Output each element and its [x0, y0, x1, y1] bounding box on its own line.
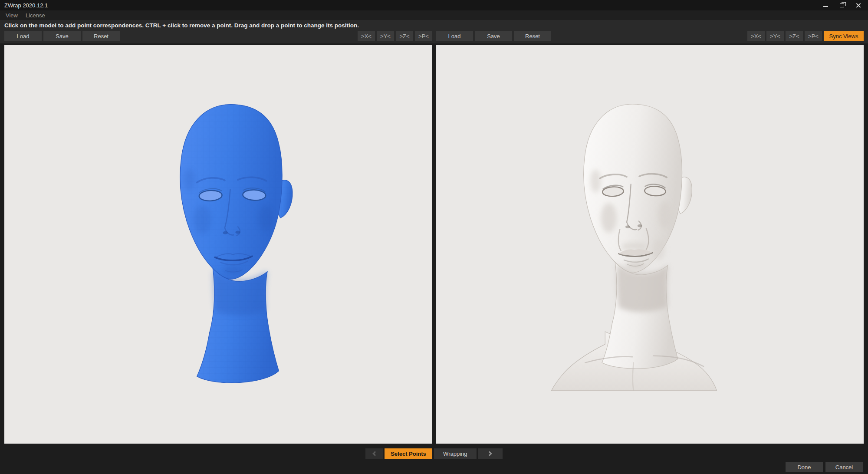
right-axis-p-button[interactable]: >P<	[805, 31, 822, 41]
right-reset-button[interactable]: Reset	[514, 31, 551, 41]
left-load-button[interactable]: Load	[4, 31, 42, 41]
menu-item-license[interactable]: License	[22, 11, 49, 20]
bottom-bar: Select Points Wrapping Done Cancel	[0, 447, 868, 474]
menubar: View License	[0, 10, 868, 20]
source-model-blue-head[interactable]	[149, 97, 312, 392]
window-title: ZWrap 2020.12.1	[4, 2, 48, 9]
cancel-button[interactable]: Cancel	[825, 462, 863, 472]
minimize-icon[interactable]	[822, 2, 829, 9]
right-save-button[interactable]: Save	[475, 31, 512, 41]
sync-views-button[interactable]: Sync Views	[824, 31, 864, 41]
toolbar-right-viewport: Load Save Reset >X< >Y< >Z< >P< Sync Vie…	[436, 31, 864, 41]
toolbar: Load Save Reset >X< >Y< >Z< >P< Load Sav…	[0, 30, 868, 43]
footer-actions: Done Cancel	[0, 460, 868, 474]
menu-item-view[interactable]: View	[2, 11, 22, 20]
restore-icon[interactable]	[838, 2, 845, 9]
titlebar[interactable]: ZWrap 2020.12.1	[0, 0, 868, 10]
left-axis-x-button[interactable]: >X<	[358, 31, 375, 41]
toolbar-left-viewport: Load Save Reset >X< >Y< >Z< >P<	[4, 31, 432, 41]
left-axis-z-button[interactable]: >Z<	[396, 31, 413, 41]
viewport-area	[0, 43, 868, 447]
left-axis-p-button[interactable]: >P<	[415, 31, 432, 41]
right-axis-buttons: >X< >Y< >Z< >P< Sync Views	[747, 31, 864, 41]
left-reset-button[interactable]: Reset	[82, 31, 120, 41]
target-model-white-head[interactable]	[538, 97, 727, 392]
left-axis-y-button[interactable]: >Y<	[377, 31, 394, 41]
next-step-button[interactable]	[478, 448, 503, 459]
zwrap-window: { "titlebar": { "title": "ZWrap 2020.12.…	[0, 0, 868, 474]
right-file-buttons: Load Save Reset	[436, 31, 551, 41]
right-load-button[interactable]: Load	[436, 31, 473, 41]
chevron-left-icon	[372, 451, 377, 456]
previous-step-button[interactable]	[365, 448, 383, 459]
window-controls	[822, 2, 864, 9]
left-file-buttons: Load Save Reset	[4, 31, 120, 41]
right-axis-z-button[interactable]: >Z<	[786, 31, 803, 41]
instruction-text: Click on the model to add point correspo…	[4, 22, 359, 29]
right-viewport[interactable]	[436, 45, 864, 444]
left-axis-buttons: >X< >Y< >Z< >P<	[358, 31, 432, 41]
right-axis-x-button[interactable]: >X<	[747, 31, 765, 41]
right-axis-y-button[interactable]: >Y<	[766, 31, 784, 41]
chevron-right-icon	[487, 451, 492, 456]
left-viewport[interactable]	[4, 45, 432, 444]
step-select-points[interactable]: Select Points	[385, 448, 432, 459]
step-wrapping[interactable]: Wrapping	[434, 448, 477, 459]
blue-head-geometry	[180, 105, 293, 383]
left-save-button[interactable]: Save	[43, 31, 81, 41]
workflow-steps: Select Points Wrapping	[0, 447, 868, 460]
close-icon[interactable]	[855, 2, 862, 9]
instruction-bar: Click on the model to add point correspo…	[0, 20, 868, 30]
done-button[interactable]: Done	[786, 462, 823, 472]
